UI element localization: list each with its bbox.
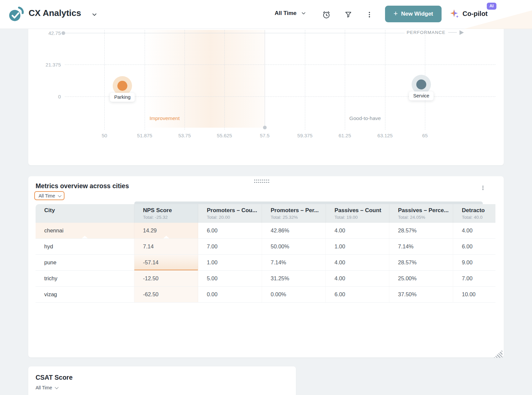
header-more-menu-button[interactable] bbox=[364, 10, 374, 20]
copilot-label: Co-pilot bbox=[463, 10, 488, 18]
table-row[interactable]: trichy-12.505.0031.25%4.0025.00%7.00 bbox=[36, 271, 495, 287]
cell-value: 14.29 bbox=[134, 223, 198, 238]
table-row[interactable]: hyd7.147.0050.00%1.007.14%6.00 bbox=[36, 239, 495, 255]
x-axis-tick-label: 63.125 bbox=[370, 133, 400, 138]
cell-value: 37.50% bbox=[389, 287, 453, 302]
cell-city: trichy bbox=[36, 271, 134, 286]
column-header-total: Total: 40.0 bbox=[462, 215, 495, 220]
cell-value: 4.00 bbox=[326, 255, 389, 270]
quadrant-label-good-to-have: Good-to-have bbox=[349, 115, 381, 121]
funnel-filter-icon bbox=[344, 11, 352, 19]
cell-value: 10.00 bbox=[453, 287, 495, 302]
app-logo-icon[interactable] bbox=[7, 5, 25, 25]
column-header-total: Total: 20.00 bbox=[207, 215, 262, 220]
cell-value: 25.00% bbox=[389, 271, 453, 286]
cell-value: 7.14% bbox=[389, 239, 453, 254]
column-header-2[interactable]: Promoters – Cou...Total: 20.00 bbox=[198, 204, 262, 223]
column-header-1[interactable]: NPS ScoreTotal: -25.32 bbox=[134, 204, 198, 223]
filter-button[interactable] bbox=[343, 10, 353, 20]
cell-value: 7.14 bbox=[134, 239, 198, 254]
table-horizontal-scrollbar[interactable] bbox=[134, 201, 483, 204]
column-header-label: NPS Score bbox=[143, 207, 198, 214]
x-axis-tick-label: 59.375 bbox=[290, 133, 320, 138]
point-label-chip: Service bbox=[409, 91, 434, 100]
widget-resize-handle[interactable] bbox=[494, 350, 502, 358]
app-title[interactable]: CX Analytics bbox=[29, 8, 81, 18]
x-axis-tick-label: 51.875 bbox=[130, 133, 160, 138]
gridline-vertical bbox=[185, 30, 185, 130]
alarm-clock-icon bbox=[322, 10, 331, 19]
column-header-5[interactable]: Passives – Perce...Total: 24.05% bbox=[389, 204, 453, 223]
cell-value: 4.00 bbox=[326, 223, 389, 238]
x-axis-tick-label: 65 bbox=[410, 133, 440, 138]
column-header-6[interactable]: DetractoTotal: 40.0 bbox=[453, 204, 495, 223]
cell-value: -12.50 bbox=[134, 271, 198, 286]
widget-more-menu-button[interactable] bbox=[479, 184, 486, 192]
performance-axis-line bbox=[448, 32, 457, 33]
data-point-service[interactable] bbox=[416, 79, 426, 89]
csat-time-range-label: All Time bbox=[36, 385, 52, 390]
cell-value: 6.00 bbox=[453, 239, 495, 254]
metrics-table: CityNPS ScoreTotal: -25.32Promoters – Co… bbox=[36, 204, 495, 303]
table-row[interactable]: pune-57.141.007.14%4.0028.57%9.00 bbox=[36, 255, 495, 271]
cell-value: 5.00 bbox=[198, 271, 262, 286]
metrics-widget-title: Metrics overview across cities bbox=[36, 182, 129, 190]
cell-value: 7.00 bbox=[453, 271, 495, 286]
alerts-button[interactable] bbox=[321, 10, 331, 20]
table-row[interactable]: vizag-62.500.000.00%6.0037.50%10.00 bbox=[36, 287, 495, 303]
metrics-time-range-label: All Time bbox=[39, 193, 55, 198]
x-axis-tick-label: 55.625 bbox=[209, 133, 239, 138]
table-header-row: CityNPS ScoreTotal: -25.32Promoters – Co… bbox=[36, 204, 495, 223]
column-header-label: Passives – Perce... bbox=[398, 207, 453, 214]
y-axis-tick-label: 21.375 bbox=[34, 62, 61, 67]
chevron-down-icon bbox=[301, 10, 307, 16]
csat-widget-title: CSAT Score bbox=[36, 374, 72, 381]
plus-icon: + bbox=[393, 9, 398, 18]
y-axis-tick-label: 0 bbox=[34, 94, 61, 99]
metrics-table-viewport: CityNPS ScoreTotal: -25.32Promoters – Co… bbox=[36, 204, 495, 303]
app-title-chevron-icon[interactable] bbox=[91, 11, 98, 19]
cell-value: 6.00 bbox=[198, 223, 262, 238]
top-header: CX Analytics All Time + New Widget bbox=[0, 0, 532, 29]
gridline-vertical bbox=[224, 30, 225, 130]
chevron-down-icon bbox=[55, 385, 59, 389]
cell-value: 1.00 bbox=[198, 255, 262, 270]
cell-value: 4.00 bbox=[453, 223, 495, 238]
point-label-chip: Parking bbox=[110, 93, 135, 102]
metrics-time-range-dropdown[interactable]: All Time bbox=[34, 191, 65, 200]
cell-city: vizag bbox=[36, 287, 134, 302]
column-header-4[interactable]: Passives – CountTotal: 19.00 bbox=[326, 204, 389, 223]
performance-arrow-icon bbox=[460, 30, 464, 35]
data-point-parking[interactable] bbox=[117, 81, 127, 91]
cell-value: -62.50 bbox=[134, 287, 198, 302]
global-time-range-dropdown[interactable]: All Time bbox=[275, 10, 307, 17]
gridline-vertical bbox=[145, 30, 145, 130]
cell-value: 50.00% bbox=[262, 239, 326, 254]
performance-axis-label: PERFORMANCE bbox=[407, 30, 446, 35]
new-widget-button[interactable]: + New Widget bbox=[385, 6, 442, 22]
column-header-label: Passives – Count bbox=[334, 207, 389, 214]
cell-value: 28.57% bbox=[389, 255, 453, 270]
improvement-quadrant-tint bbox=[145, 30, 265, 128]
widget-drag-handle[interactable] bbox=[254, 179, 270, 183]
x-axis-tick-label: 50 bbox=[89, 133, 119, 138]
table-row[interactable]: chennai14.296.0042.86%4.0028.57%4.00 bbox=[36, 223, 495, 239]
metrics-overview-widget: Metrics overview across cities All Time … bbox=[28, 176, 504, 357]
cell-value: 28.57% bbox=[389, 223, 453, 238]
cell-city: chennai bbox=[36, 223, 134, 238]
center-axis-dot bbox=[263, 126, 267, 129]
column-header-total: Total: 25.32% bbox=[271, 215, 326, 220]
kebab-menu-icon bbox=[366, 11, 373, 19]
cell-city: pune bbox=[36, 255, 134, 270]
priority-chart: PERFORMANCE Improvement Good-to-have 42.… bbox=[28, 29, 504, 165]
copilot-button[interactable]: Co-pilot bbox=[450, 9, 488, 19]
column-header-label: Detracto bbox=[462, 207, 495, 214]
column-header-3[interactable]: Promoters – Per...Total: 25.32% bbox=[262, 204, 326, 223]
global-time-range-label: All Time bbox=[275, 10, 297, 17]
gridline-top bbox=[65, 33, 405, 33]
column-header-city[interactable]: City bbox=[36, 204, 134, 223]
performance-axis: PERFORMANCE bbox=[407, 30, 464, 35]
csat-widget: CSAT Score All Time bbox=[28, 366, 296, 395]
csat-time-range-dropdown[interactable]: All Time bbox=[36, 385, 58, 390]
cell-value: 0.00 bbox=[198, 287, 262, 302]
